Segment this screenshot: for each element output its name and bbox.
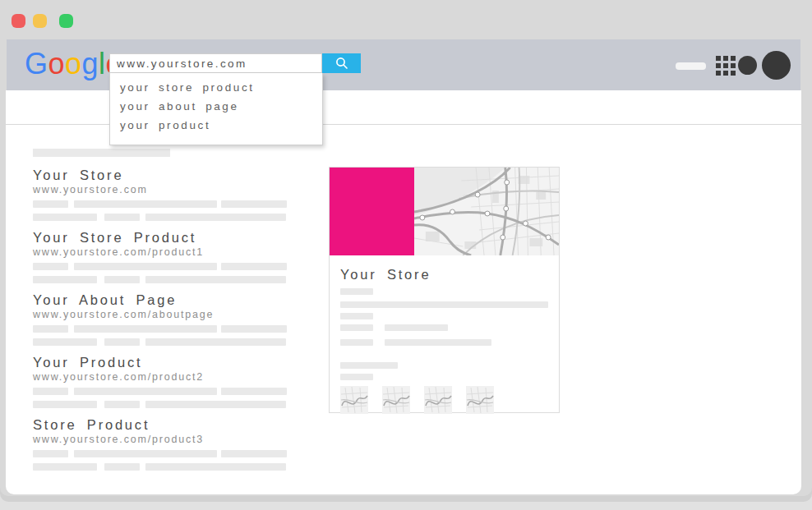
result-snippet-placeholder: [33, 325, 289, 333]
knowledge-panel: Your Store: [329, 167, 560, 413]
result-snippet-placeholder: [33, 200, 289, 208]
result-snippet-placeholder: [33, 214, 289, 221]
search-result: Your Product www.yourstore.com/product2: [33, 354, 289, 408]
logo-letter: l: [99, 47, 106, 80]
panel-attribute-row: [340, 324, 549, 331]
result-snippet-placeholder: [33, 276, 289, 283]
window-close-button[interactable]: [12, 14, 25, 28]
suggestion-item[interactable]: your product: [110, 117, 322, 136]
browser-window: Google your store product your about pag…: [0, 0, 812, 496]
result-snippet-placeholder: [33, 263, 289, 270]
logo-letter: o: [65, 47, 82, 80]
result-title-link[interactable]: Your Store: [33, 167, 289, 183]
google-logo: Google: [25, 44, 122, 84]
logo-letter: G: [25, 47, 48, 80]
result-url: www.yourstore.com: [33, 184, 289, 195]
result-url: www.yourstore.com/aboutpage: [33, 309, 289, 320]
result-url: www.yourstore.com/product2: [33, 371, 289, 383]
result-url: www.yourstore.com/product1: [33, 246, 289, 258]
result-title-link[interactable]: Your Store Product: [33, 229, 289, 246]
window-minimize-button[interactable]: [33, 14, 47, 28]
search-result: Your About Page www.yourstore.com/aboutp…: [33, 292, 289, 346]
panel-subtitle-placeholder: [340, 288, 373, 295]
result-title-link[interactable]: Store Product: [33, 416, 289, 433]
panel-text-placeholder: [340, 374, 373, 380]
search-input[interactable]: [109, 53, 322, 73]
logo-letter: g: [82, 47, 99, 80]
brand-color-block: [330, 168, 414, 255]
result-snippet-placeholder: [33, 338, 289, 346]
result-snippet-placeholder: [33, 401, 289, 408]
map-thumbnail[interactable]: [382, 386, 410, 414]
result-title-link[interactable]: Your About Page: [33, 292, 289, 308]
window-zoom-button[interactable]: [59, 14, 73, 28]
panel-attribute-row: [340, 339, 549, 346]
suggestion-item[interactable]: your store product: [110, 79, 322, 98]
knowledge-panel-body: Your Store: [330, 255, 559, 414]
result-snippet-placeholder: [33, 450, 289, 457]
knowledge-panel-title: Your Store: [340, 266, 549, 283]
map-thumbnail-strip: [340, 386, 549, 414]
menu-placeholder: [676, 62, 706, 70]
logo-letter: o: [48, 47, 66, 80]
results-column: Your Store www.yourstore.com Your Store …: [33, 149, 289, 479]
knowledge-panel-header: [330, 168, 559, 255]
result-title-link[interactable]: Your Product: [33, 354, 289, 370]
search-results-page: Your Store www.yourstore.com Your Store …: [6, 90, 801, 494]
profile-circle-icon[interactable]: [738, 56, 757, 75]
result-snippet-placeholder: [33, 388, 289, 395]
panel-text-placeholder: [340, 313, 373, 319]
page-background: Google your store product your about pag…: [0, 0, 812, 510]
map-thumbnail[interactable]: [466, 386, 494, 414]
apps-grid-icon[interactable]: [716, 56, 736, 76]
window-titlebar: [0, 0, 812, 39]
result-url: www.yourstore.com/product3: [33, 434, 289, 445]
search-suggestions-dropdown: your store product your about page your …: [109, 73, 323, 145]
panel-text-placeholder: [340, 301, 548, 308]
search-result: Your Store www.yourstore.com: [33, 167, 289, 221]
map-thumbnail[interactable]: [340, 386, 368, 414]
result-snippet-placeholder: [33, 463, 289, 471]
avatar[interactable]: [762, 51, 791, 80]
map-thumbnail[interactable]: [424, 386, 452, 414]
magnifier-icon: [334, 56, 349, 71]
search-button[interactable]: [322, 53, 361, 73]
street-map-image[interactable]: [414, 168, 559, 255]
search-result: Your Store Product www.yourstore.com/pro…: [33, 229, 289, 283]
results-count-placeholder: [33, 149, 170, 157]
suggestion-item[interactable]: your about page: [110, 98, 322, 117]
search-result: Store Product www.yourstore.com/product3: [33, 416, 289, 471]
panel-text-placeholder: [340, 362, 398, 369]
